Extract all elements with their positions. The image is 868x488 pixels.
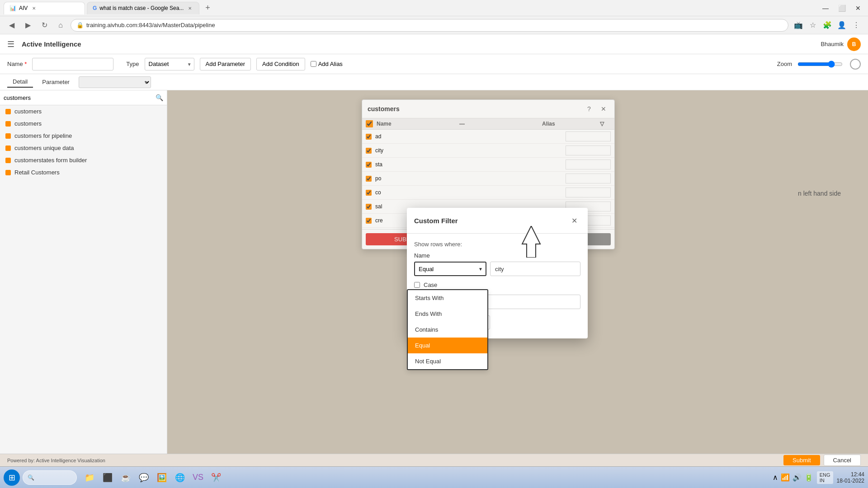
row-name-4: po xyxy=(375,175,381,182)
dropdown-item-not-equal[interactable]: Not Equal xyxy=(408,353,487,369)
language-badge[interactable]: ENGIN xyxy=(817,471,833,484)
browser-toolbar: ◀ ▶ ↻ ⌂ 🔒 training.aivhub.com:8443/aiv/M… xyxy=(0,16,868,34)
close-window-button[interactable]: ✕ xyxy=(852,2,864,14)
sidebar-item-customers-2[interactable]: customers xyxy=(0,117,167,130)
detail-tab[interactable]: Detail xyxy=(7,76,33,88)
taskbar-vs-icon[interactable]: VS xyxy=(190,469,206,486)
match-case-row: Case xyxy=(414,282,580,288)
add-alias-text: Add Alias xyxy=(318,61,343,67)
row-checkbox-4[interactable] xyxy=(366,176,372,182)
hamburger-menu[interactable]: ☰ xyxy=(7,39,14,49)
row-checkbox-2[interactable] xyxy=(366,148,372,154)
taskbar-snipping-icon[interactable]: ✂️ xyxy=(208,469,224,486)
taskbar: ⊞ 🔍 📁 ⬛ ☕ 💬 🖼️ 🌐 VS ✂️ ∧ 📶 🔊 🔋 ENGIN xyxy=(0,466,868,488)
row-alias-input-5[interactable] xyxy=(566,188,611,197)
app-footer: Powered by: Active Intelligence Visualiz… xyxy=(0,454,868,466)
taskbar-files-icon[interactable]: 📁 xyxy=(81,469,98,486)
show-rows-label: Show rows where: xyxy=(414,241,580,248)
param-select-wrapper: ▼ xyxy=(79,76,151,88)
row-checkbox-1[interactable] xyxy=(366,134,372,140)
taskbar-edge-icon[interactable]: 🌐 xyxy=(172,469,188,486)
type-select[interactable]: Dataset xyxy=(145,58,194,70)
row-checkbox-7[interactable] xyxy=(366,218,372,224)
start-button[interactable]: ⊞ xyxy=(4,469,20,486)
tab-aiv-favicon: 📊 xyxy=(9,5,16,11)
forward-button[interactable]: ▶ xyxy=(22,19,34,32)
modal-close-button[interactable]: ✕ xyxy=(568,214,580,227)
row-checkbox-3[interactable] xyxy=(366,162,372,168)
row-alias-input-3[interactable] xyxy=(566,160,611,169)
tab-google-close[interactable]: ✕ xyxy=(186,5,193,12)
refresh-button[interactable]: ↻ xyxy=(38,19,51,32)
match-case-checkbox[interactable] xyxy=(414,282,420,288)
row-alias-input-4[interactable] xyxy=(566,174,611,183)
back-button[interactable]: ◀ xyxy=(5,19,18,32)
dropdown-item-starts-with[interactable]: Starts With xyxy=(408,290,487,306)
profile-icon[interactable]: 👤 xyxy=(835,19,848,32)
row-name-3: sta xyxy=(375,161,382,168)
table-row: ad xyxy=(362,130,614,144)
tray-up-icon[interactable]: ∧ xyxy=(773,473,778,482)
lang-text: ENGIN xyxy=(820,472,830,483)
col-alias-header: Alias xyxy=(542,121,596,127)
row-alias-input-2[interactable] xyxy=(566,145,611,155)
table-row: sta xyxy=(362,158,614,172)
parameter-tab[interactable]: Parameter xyxy=(37,77,75,87)
dropdown-item-ends-with[interactable]: Ends With xyxy=(408,306,487,322)
row-checkbox-5[interactable] xyxy=(366,190,372,196)
sidebar-item-customers-unique[interactable]: customers unique data xyxy=(0,142,167,154)
clock[interactable]: 12:44 18-01-2022 xyxy=(837,471,864,484)
taskbar-skype-icon[interactable]: 💬 xyxy=(136,469,152,486)
row-checkbox-6[interactable] xyxy=(366,204,372,210)
minimize-button[interactable]: — xyxy=(819,2,832,14)
cast-icon[interactable]: 📺 xyxy=(792,19,805,32)
panel-close-button[interactable]: ✕ xyxy=(598,103,609,114)
add-parameter-button[interactable]: Add Parameter xyxy=(200,58,251,70)
add-condition-button[interactable]: Add Condition xyxy=(256,58,305,70)
taskbar-terminal-icon[interactable]: ⬛ xyxy=(99,469,116,486)
bottom-buttons: Submit Cancel xyxy=(783,455,861,466)
app-header: ☰ Active Intelligence Bhaumik B xyxy=(0,34,868,54)
dropdown-item-contains[interactable]: Contains xyxy=(408,322,487,338)
filter-row: Equal Starts With Ends With Contains Not… xyxy=(414,262,580,276)
row-name-1: ad xyxy=(375,133,381,140)
sidebar-item-retail-customers[interactable]: Retail Customers xyxy=(0,166,167,178)
sidebar-item-customers-1[interactable]: customers xyxy=(0,105,167,117)
tab-aiv[interactable]: 📊 AIV ✕ xyxy=(4,2,85,14)
home-button[interactable]: ⌂ xyxy=(54,19,67,32)
row-alias-input-1[interactable] xyxy=(566,131,611,141)
tab-google[interactable]: G what is match case - Google Sea... ✕ xyxy=(87,2,199,14)
taskbar-java-icon[interactable]: ☕ xyxy=(118,469,134,486)
address-bar[interactable]: 🔒 training.aivhub.com:8443/aiv/MasterDat… xyxy=(71,19,788,32)
zoom-slider[interactable] xyxy=(797,61,843,68)
sidebar-item-customerstates[interactable]: customerstates form builder xyxy=(0,154,167,166)
system-tray: ∧ 📶 🔊 🔋 xyxy=(773,473,813,482)
tab-aiv-close[interactable]: ✕ xyxy=(30,5,38,12)
select-all-checkbox[interactable] xyxy=(366,120,373,127)
restore-button[interactable]: ⬜ xyxy=(835,2,848,14)
bookmark-icon[interactable]: ☆ xyxy=(807,19,819,32)
date-display: 18-01-2022 xyxy=(837,478,864,484)
dropdown-item-equal[interactable]: Equal xyxy=(408,338,487,353)
sidebar-search-input[interactable] xyxy=(4,94,156,101)
filter-dropdown-menu: Starts With Ends With Contains Equal Not… xyxy=(407,289,488,370)
bottom-cancel-button[interactable]: Cancel xyxy=(824,455,861,466)
sidebar-item-customers-for-pipeline[interactable]: customers for pipeline xyxy=(0,130,167,142)
panel-help-button[interactable]: ? xyxy=(584,103,594,114)
browser-toolbar-actions: 📺 ☆ 🧩 👤 ⋮ xyxy=(792,19,863,32)
menu-icon[interactable]: ⋮ xyxy=(850,19,863,32)
add-alias-checkbox[interactable] xyxy=(311,61,316,67)
taskbar-photos-icon[interactable]: 🖼️ xyxy=(154,469,170,486)
user-avatar[interactable]: B xyxy=(847,38,861,51)
param-select[interactable] xyxy=(79,76,151,88)
name-input[interactable] xyxy=(32,58,113,70)
address-text: training.aivhub.com:8443/aiv/MasterData/… xyxy=(86,22,215,28)
arrow-annotation xyxy=(520,226,542,259)
filter-city-input[interactable] xyxy=(490,262,580,276)
taskbar-search[interactable]: 🔍 xyxy=(23,470,77,485)
bottom-submit-button[interactable]: Submit xyxy=(783,455,820,465)
tray-battery-icon: 🔋 xyxy=(804,473,813,482)
extensions-icon[interactable]: 🧩 xyxy=(821,19,834,32)
filter-type-select[interactable]: Equal Starts With Ends With Contains Not… xyxy=(414,262,486,276)
new-tab-button[interactable]: + xyxy=(201,2,214,14)
